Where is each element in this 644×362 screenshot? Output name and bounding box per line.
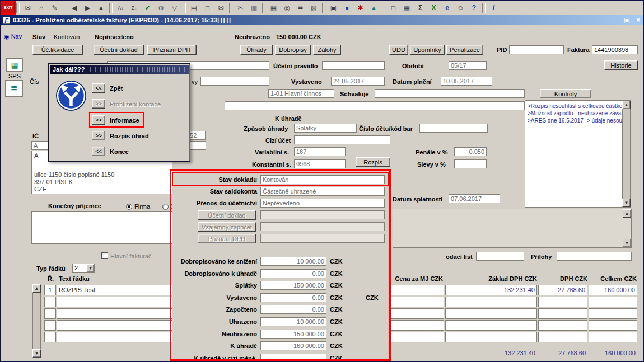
prev-record-icon[interactable]: ◀ xyxy=(68,2,81,13)
calendar-icon[interactable]: ▦ xyxy=(400,2,413,13)
hlavni-fakturacni-checkbox[interactable] xyxy=(101,252,108,259)
variabilni-field[interactable]: 167 xyxy=(294,147,346,156)
zpusob-uhrady-field[interactable]: Splátky xyxy=(294,124,357,133)
splatky-field[interactable]: 150 000.00 xyxy=(260,281,326,290)
edit-icon[interactable]: ✎ xyxy=(48,2,61,13)
dialog-titlebar[interactable]: Jak dál??? xyxy=(50,65,189,74)
row-dph-cell[interactable] xyxy=(538,320,587,331)
sum-icon[interactable]: Σ xyxy=(414,2,427,13)
row-celkem-cell[interactable]: 160 000.00 xyxy=(589,285,637,295)
vystaveno-sum-field[interactable]: 0.00 xyxy=(260,293,326,302)
tools-icon[interactable]: ⊕ xyxy=(155,2,167,13)
vystaveno-field[interactable]: 24.05.2017 xyxy=(331,77,385,86)
panel-vzajemny-zapocet-button[interactable]: Vzájemný zápočet xyxy=(198,222,256,232)
header-long-field[interactable] xyxy=(225,101,525,110)
recipient-address-box[interactable] xyxy=(31,211,172,244)
paste-icon[interactable]: ▥ xyxy=(248,2,260,13)
row-number-cell[interactable]: 1 xyxy=(44,285,56,295)
informace-nav-button[interactable]: >> xyxy=(92,115,105,125)
info-icon[interactable]: i xyxy=(487,2,500,13)
assistant-icon[interactable]: ☺ xyxy=(454,2,467,13)
note-scroll-up[interactable]: ▲ xyxy=(623,209,631,218)
rows-scroll-up[interactable]: ▲ xyxy=(32,284,41,293)
sps-icon[interactable]: ▦ xyxy=(6,58,23,72)
row-zaklad-cell[interactable] xyxy=(445,308,537,319)
stav-saldokonta-field[interactable]: Částečně uhrazené xyxy=(260,187,385,196)
rozpis-uhrad-nav-button[interactable]: >> xyxy=(92,131,105,140)
row-celkem-cell[interactable] xyxy=(589,332,637,342)
row-zaklad-cell[interactable] xyxy=(445,332,537,342)
filter-icon[interactable]: ▽ xyxy=(168,2,181,13)
zalohy-button[interactable]: Zálohy xyxy=(313,45,341,55)
columns-icon[interactable]: ▧ xyxy=(307,2,320,13)
row-number-cell[interactable] xyxy=(44,297,56,307)
row-dph-cell[interactable] xyxy=(538,308,587,319)
slevy-field[interactable] xyxy=(454,159,487,168)
row-number-cell[interactable] xyxy=(44,308,56,319)
help-icon[interactable]: ? xyxy=(468,2,480,13)
obdobi-field[interactable]: 05/17 xyxy=(449,61,487,70)
dobropisovano-snizeni-field[interactable]: 10 000.00 xyxy=(260,257,326,266)
cinnost-field[interactable]: 1-01 Hlavní činnos xyxy=(268,89,334,98)
kontroly-button[interactable]: Kontroly xyxy=(540,89,591,98)
schvaluje-field[interactable] xyxy=(375,89,525,98)
panel-ucetni-doklad-button[interactable]: Účetní doklad xyxy=(198,210,256,220)
row-cena-cell[interactable] xyxy=(388,332,444,342)
uc-likvidace-button[interactable]: Úč.likvidace xyxy=(32,45,83,55)
exit-icon[interactable]: EXIT xyxy=(2,2,15,13)
firma-radio[interactable] xyxy=(126,204,132,210)
home-icon[interactable]: ⌂ xyxy=(35,2,48,13)
note-textarea[interactable] xyxy=(393,209,632,248)
cizi-ucet-field[interactable] xyxy=(294,135,390,144)
close-icon[interactable]: × xyxy=(634,16,642,24)
rozpis-uhrad-label[interactable]: Rozpis úhrad xyxy=(110,133,149,139)
faktura-field[interactable]: 1441900398 xyxy=(592,45,638,54)
cislo-uctu-field[interactable] xyxy=(419,124,488,133)
prilohy-field[interactable] xyxy=(557,252,632,261)
preview-icon[interactable]: □ xyxy=(201,2,214,13)
dobropisy-button[interactable]: Dobropisy xyxy=(275,45,311,55)
globe-icon[interactable]: ● xyxy=(340,2,353,13)
row-cena-cell[interactable] xyxy=(388,320,444,331)
row-cena-cell[interactable] xyxy=(388,297,444,307)
uhrazeno-field[interactable]: 10 000.00 xyxy=(260,317,326,326)
historie-button[interactable]: Historie xyxy=(604,60,638,70)
uhrady-button[interactable]: Úhrady xyxy=(240,45,273,55)
web-icon[interactable]: e xyxy=(441,2,454,13)
excel-icon[interactable]: X xyxy=(427,2,440,13)
confirm-icon[interactable]: ✔ xyxy=(141,2,154,13)
priznani-dph-button[interactable]: Přiznání DPH xyxy=(147,45,197,55)
typ-radku-dropdown-icon[interactable]: ▼ xyxy=(87,264,94,272)
row-cena-cell[interactable] xyxy=(388,285,444,295)
neuhrazeno-sum-field[interactable]: 150 000.00 xyxy=(260,330,326,339)
save-icon[interactable]: ▣ xyxy=(327,2,340,13)
mail-send-icon[interactable]: ✉ xyxy=(214,2,227,13)
kontroly-scroll-down[interactable]: ▼ xyxy=(622,199,631,207)
row-dph-cell[interactable] xyxy=(538,297,587,307)
rozpis-button[interactable]: Rozpis xyxy=(356,157,390,167)
search-icon[interactable]: ◎ xyxy=(281,2,293,13)
konec-label[interactable]: Konec xyxy=(110,148,129,155)
row-number-cell[interactable] xyxy=(44,320,56,331)
vy-field[interactable] xyxy=(200,77,269,86)
k-uhrade-sum-field[interactable]: 160 000.00 xyxy=(260,341,326,350)
snowflake-icon[interactable]: ✱ xyxy=(354,2,367,13)
zapocteno-field[interactable]: 0.00 xyxy=(260,305,326,314)
row-dph-cell[interactable]: 27 768.60 xyxy=(538,285,587,295)
row-cena-cell[interactable] xyxy=(388,308,444,319)
print-icon[interactable]: ▤ xyxy=(188,2,200,13)
panel-priznani-dph-button[interactable]: Přiznání DPH xyxy=(198,234,256,243)
copy-icon[interactable]: ▦ xyxy=(267,2,280,13)
nav-widget[interactable]: ◉ Nav xyxy=(4,33,22,40)
sort-asc-icon[interactable]: A↓ xyxy=(114,2,127,13)
note-scroll-down[interactable]: ▼ xyxy=(623,239,631,247)
kontroly-scroll-track[interactable] xyxy=(622,109,631,199)
row-celkem-cell[interactable] xyxy=(589,297,637,307)
cut-icon[interactable]: ✂ xyxy=(234,2,247,13)
parent-record-icon[interactable]: ▲ xyxy=(95,2,108,13)
sort-desc-icon[interactable]: Z↓ xyxy=(128,2,141,13)
dodaci-list-field[interactable] xyxy=(476,252,524,261)
osoba-radio[interactable] xyxy=(162,204,169,210)
monitor-icon[interactable]: □ xyxy=(387,2,400,13)
kontroly-scroll-up[interactable]: ▲ xyxy=(622,101,631,109)
